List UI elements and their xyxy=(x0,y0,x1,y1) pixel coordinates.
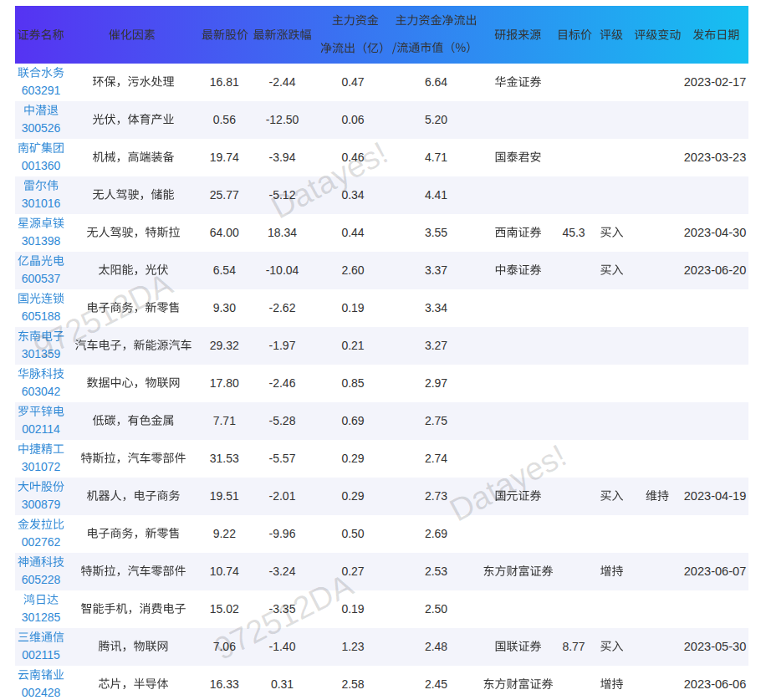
svg-text:301285: 301285 xyxy=(22,611,61,624)
svg-text:2.69: 2.69 xyxy=(425,527,447,540)
svg-text:3.37: 3.37 xyxy=(425,263,447,277)
svg-text:4.41: 4.41 xyxy=(425,188,447,202)
svg-text:2023-03-23: 2023-03-23 xyxy=(684,151,747,164)
svg-text:0.85: 0.85 xyxy=(341,376,364,390)
svg-text:-1.97: -1.97 xyxy=(269,339,296,352)
svg-text:301072: 301072 xyxy=(22,460,61,473)
svg-text:2.97: 2.97 xyxy=(425,376,447,390)
svg-text:603042: 603042 xyxy=(22,385,61,398)
svg-text:16.33: 16.33 xyxy=(210,677,239,691)
svg-text:-5.57: -5.57 xyxy=(269,452,296,465)
svg-text:0.29: 0.29 xyxy=(341,452,364,465)
svg-text:2.58: 2.58 xyxy=(341,677,364,691)
svg-text:2.50: 2.50 xyxy=(425,602,447,616)
svg-text:-2.62: -2.62 xyxy=(269,301,296,314)
svg-text:2.48: 2.48 xyxy=(425,640,447,653)
svg-text:9.30: 9.30 xyxy=(213,301,236,314)
svg-text:19.51: 19.51 xyxy=(210,489,239,503)
svg-text:001360: 001360 xyxy=(22,159,61,172)
svg-text:3.34: 3.34 xyxy=(425,301,447,314)
svg-text:2023-06-06: 2023-06-06 xyxy=(684,677,747,691)
svg-text:16.81: 16.81 xyxy=(210,75,239,89)
svg-text:2023-04-30: 2023-04-30 xyxy=(684,226,747,239)
svg-text:2023-06-20: 2023-06-20 xyxy=(684,263,747,277)
svg-text:2023-06-07: 2023-06-07 xyxy=(684,565,747,578)
svg-text:6.64: 6.64 xyxy=(425,75,447,89)
svg-text:-2.46: -2.46 xyxy=(269,376,296,390)
svg-text:2023-04-19: 2023-04-19 xyxy=(684,489,747,503)
svg-text:002115: 002115 xyxy=(22,648,60,662)
svg-text:-3.94: -3.94 xyxy=(269,151,296,164)
svg-text:17.80: 17.80 xyxy=(210,376,239,390)
svg-text:603291: 603291 xyxy=(22,84,61,97)
svg-text:-2.44: -2.44 xyxy=(269,75,296,89)
svg-text:002114: 002114 xyxy=(22,422,60,436)
svg-text:0.21: 0.21 xyxy=(341,339,364,352)
svg-text:4.71: 4.71 xyxy=(425,151,447,164)
svg-text:2.74: 2.74 xyxy=(425,452,447,465)
svg-text:1.23: 1.23 xyxy=(341,640,364,653)
svg-text:18.34: 18.34 xyxy=(268,226,297,239)
svg-text:0.31: 0.31 xyxy=(271,677,294,691)
svg-text:Datayes!: Datayes! xyxy=(265,134,393,225)
svg-text:300879: 300879 xyxy=(22,498,61,511)
svg-text:0.56: 0.56 xyxy=(213,113,236,126)
svg-text:0.06: 0.06 xyxy=(341,113,364,126)
svg-text:6.54: 6.54 xyxy=(213,263,236,277)
svg-text:5.20: 5.20 xyxy=(425,113,447,126)
svg-text:2023-05-30: 2023-05-30 xyxy=(684,640,747,653)
svg-text:45.3: 45.3 xyxy=(562,226,585,239)
svg-text:605228: 605228 xyxy=(22,573,61,586)
svg-text:301398: 301398 xyxy=(22,234,61,248)
svg-text:19.74: 19.74 xyxy=(210,151,239,164)
svg-text:31.53: 31.53 xyxy=(210,452,239,465)
svg-text:Datayes!: Datayes! xyxy=(443,437,571,528)
svg-text:7.71: 7.71 xyxy=(213,414,236,427)
svg-text:-10.04: -10.04 xyxy=(266,263,299,277)
svg-text:2.75: 2.75 xyxy=(425,414,447,427)
svg-text:25.77: 25.77 xyxy=(210,188,239,202)
svg-text:-2.01: -2.01 xyxy=(269,489,296,503)
svg-text:9.22: 9.22 xyxy=(213,527,236,540)
svg-text:-3.24: -3.24 xyxy=(269,565,296,578)
svg-text:2.53: 2.53 xyxy=(425,565,447,578)
svg-text:301016: 301016 xyxy=(22,197,61,210)
svg-text:64.00: 64.00 xyxy=(210,226,239,239)
svg-text:-5.28: -5.28 xyxy=(269,414,296,427)
svg-text:002762: 002762 xyxy=(22,535,61,549)
svg-text:15.02: 15.02 xyxy=(210,602,239,616)
svg-text:-9.96: -9.96 xyxy=(269,527,296,540)
svg-text:300526: 300526 xyxy=(22,121,61,135)
svg-text:8.77: 8.77 xyxy=(562,640,585,653)
svg-text:3.27: 3.27 xyxy=(425,339,447,352)
svg-text:2.60: 2.60 xyxy=(341,263,364,277)
svg-text:-12.50: -12.50 xyxy=(266,113,299,126)
svg-text:0.29: 0.29 xyxy=(341,489,364,503)
svg-text:0.44: 0.44 xyxy=(341,226,364,239)
svg-text:0.47: 0.47 xyxy=(341,75,364,89)
svg-text:002428: 002428 xyxy=(22,686,61,699)
svg-text:0.50: 0.50 xyxy=(341,527,364,540)
svg-text:2.45: 2.45 xyxy=(425,677,447,691)
svg-text:0.69: 0.69 xyxy=(341,414,364,427)
svg-text:10.74: 10.74 xyxy=(210,565,239,578)
svg-text:600537: 600537 xyxy=(22,272,61,285)
svg-text:2023-02-17: 2023-02-17 xyxy=(684,75,747,89)
svg-text:0.19: 0.19 xyxy=(341,301,364,314)
svg-text:3.55: 3.55 xyxy=(425,226,447,239)
svg-text:29.32: 29.32 xyxy=(210,339,239,352)
